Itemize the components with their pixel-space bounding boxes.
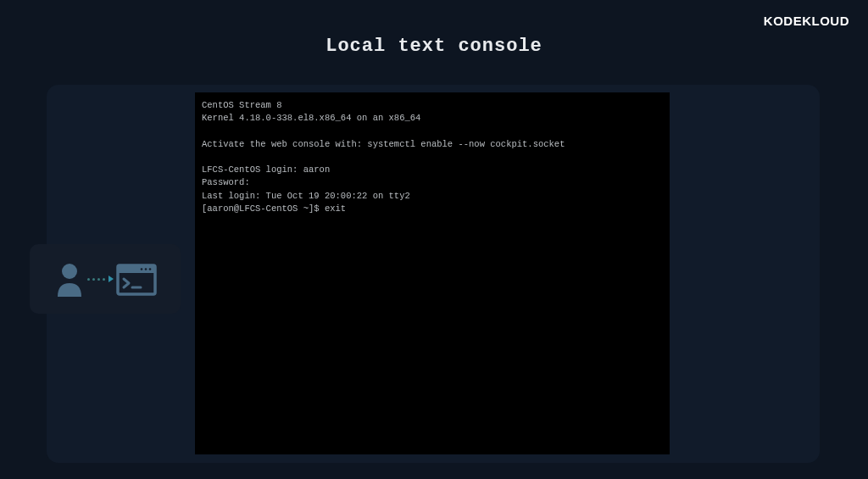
page-title: Local text console — [326, 36, 542, 57]
main-panel: CentOS Stream 8 Kernel 4.18.0-338.el8.x8… — [47, 85, 820, 463]
svg-point-3 — [140, 268, 142, 270]
terminal-line: Password: — [202, 177, 250, 187]
svg-point-4 — [144, 268, 147, 270]
svg-point-0 — [62, 264, 77, 279]
terminal-line: [aaron@LFCS-CentOS ~]$ exit — [202, 203, 346, 214]
terminal-line: Kernel 4.18.0-338.el8.x86_64 on an x86_6… — [202, 113, 420, 123]
logo-text: KODEKLOUD — [764, 14, 849, 28]
brand-logo: KODEKLOUD — [764, 14, 849, 28]
connection-diagram-card — [30, 244, 181, 314]
user-icon — [54, 261, 85, 297]
arrow-icon — [87, 276, 114, 282]
console-icon — [116, 260, 157, 298]
terminal-line: Activate the web console with: systemctl… — [202, 139, 565, 149]
terminal-output[interactable]: CentOS Stream 8 Kernel 4.18.0-338.el8.x8… — [195, 92, 670, 454]
terminal-line: CentOS Stream 8 — [202, 100, 282, 110]
terminal-line: Last login: Tue Oct 19 20:00:22 on tty2 — [202, 191, 410, 201]
svg-point-5 — [148, 268, 151, 270]
terminal-line: LFCS-CentOS login: aaron — [202, 164, 330, 175]
